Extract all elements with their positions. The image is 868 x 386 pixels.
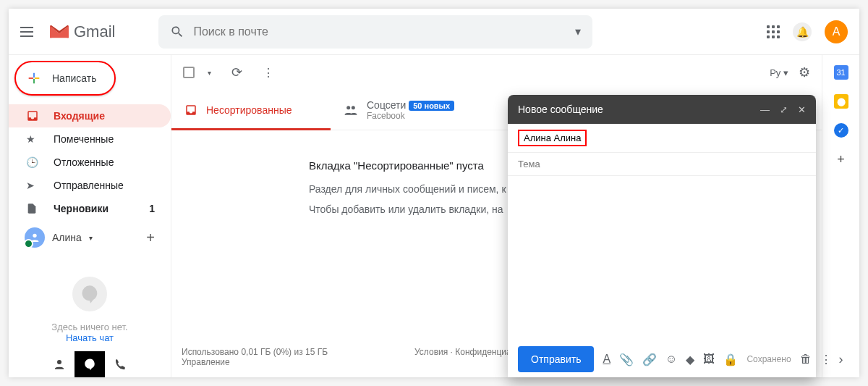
nav-label: Отложенные bbox=[54, 156, 114, 168]
user-name: Алина bbox=[52, 232, 82, 243]
search-options-icon[interactable]: ▾ bbox=[575, 25, 581, 38]
send-icon: ➤ bbox=[26, 180, 41, 191]
hangouts-bottom-tabs bbox=[9, 351, 171, 377]
sidebar-item-drafts[interactable]: Черновики 1 bbox=[9, 197, 171, 220]
gmail-window: Gmail ▾ 🔔 A Написать Входящие bbox=[9, 9, 859, 377]
chevron-down-icon: ▾ bbox=[89, 234, 93, 242]
search-icon bbox=[170, 25, 184, 39]
compose-body[interactable] bbox=[508, 176, 816, 341]
close-icon[interactable]: ✕ bbox=[798, 104, 806, 115]
storage-text: Использовано 0,01 ГБ (0%) из 15 ГБ bbox=[182, 347, 328, 357]
sidebar-item-sent[interactable]: ➤ Отправленные bbox=[9, 174, 171, 197]
compose-title: Новое сообщение bbox=[518, 104, 603, 115]
compose-footer: Отправить A 📎 🔗 ☺ ◆ 🖼 🔒 Сохранено 🗑 ⋮ bbox=[508, 341, 816, 377]
sidebar: Написать Входящие ★ Помеченные 🕒 Отложен… bbox=[9, 55, 171, 377]
attach-icon[interactable]: 📎 bbox=[619, 353, 634, 366]
search-bar[interactable]: ▾ bbox=[158, 15, 592, 49]
hangouts-icon bbox=[72, 277, 107, 311]
drive-icon[interactable]: ◆ bbox=[686, 353, 694, 366]
addons-icon[interactable]: + bbox=[837, 152, 845, 167]
chevron-down-icon[interactable]: ▾ bbox=[208, 69, 211, 77]
search-input[interactable] bbox=[193, 25, 575, 38]
tab-primary[interactable]: Несортированные bbox=[171, 90, 331, 130]
gmail-logo[interactable]: Gmail bbox=[49, 22, 115, 41]
tab-sublabel: Facebook bbox=[367, 111, 454, 121]
apps-icon[interactable] bbox=[767, 25, 780, 38]
emoji-icon[interactable]: ☺ bbox=[665, 353, 677, 366]
tab-social[interactable]: Соцсети 50 новых Facebook bbox=[331, 90, 490, 130]
image-icon[interactable]: 🖼 bbox=[703, 353, 715, 366]
recipient-chip[interactable]: Алина Алина bbox=[518, 130, 587, 146]
keep-icon[interactable]: ⬤ bbox=[834, 94, 848, 109]
product-name: Gmail bbox=[74, 22, 115, 41]
compose-button[interactable]: Написать bbox=[14, 61, 116, 96]
manage-link[interactable]: Управление bbox=[182, 357, 230, 367]
menu-icon[interactable] bbox=[20, 23, 38, 41]
svg-point-3 bbox=[352, 106, 355, 109]
expand-icon[interactable]: ⤢ bbox=[780, 104, 788, 115]
more-icon[interactable]: ⋮ bbox=[263, 66, 274, 80]
tasks-icon[interactable]: ✓ bbox=[834, 123, 848, 138]
clock-icon: 🕒 bbox=[26, 156, 41, 168]
more-icon[interactable]: ⋮ bbox=[820, 353, 832, 366]
star-icon: ★ bbox=[26, 133, 41, 145]
new-chat-icon[interactable]: + bbox=[146, 230, 155, 246]
file-icon bbox=[26, 203, 41, 214]
sidebar-item-snoozed[interactable]: 🕒 Отложенные bbox=[9, 151, 171, 174]
calendar-icon[interactable]: 31 bbox=[834, 65, 848, 80]
account-avatar[interactable]: A bbox=[825, 20, 848, 43]
tab-label: Несортированные bbox=[206, 104, 292, 116]
people-icon bbox=[344, 103, 358, 117]
compose-subject[interactable]: Тема bbox=[508, 153, 816, 176]
saved-status: Сохранено bbox=[746, 354, 791, 364]
start-chat-link[interactable]: Начать чат bbox=[66, 332, 114, 343]
nav-label: Входящие bbox=[54, 110, 105, 122]
sidepanel-toggle-icon[interactable]: › bbox=[839, 352, 843, 367]
svg-point-1 bbox=[57, 360, 61, 364]
compose-recipients[interactable]: Алина Алина bbox=[508, 124, 816, 153]
hangouts-empty-text: Здесь ничего нет. bbox=[9, 322, 171, 332]
calls-tab[interactable] bbox=[105, 351, 135, 377]
minimize-icon[interactable]: — bbox=[760, 104, 770, 115]
topbar: Gmail ▾ 🔔 A bbox=[9, 9, 859, 55]
refresh-icon[interactable]: ⟳ bbox=[231, 64, 242, 80]
terms-link[interactable]: Условия bbox=[414, 347, 448, 357]
compose-window: Новое сообщение — ⤢ ✕ Алина Алина Тема О… bbox=[508, 95, 816, 377]
inbox-icon bbox=[184, 104, 197, 117]
hangouts-user[interactable]: Алина ▾ + bbox=[9, 220, 171, 255]
sidebar-item-inbox[interactable]: Входящие bbox=[9, 104, 171, 127]
nav-label: Черновики bbox=[54, 203, 109, 214]
confidential-icon[interactable]: 🔒 bbox=[723, 353, 738, 366]
notifications-icon[interactable]: 🔔 bbox=[793, 22, 812, 41]
sidebar-item-starred[interactable]: ★ Помеченные bbox=[9, 127, 171, 151]
mail-toolbar: ▾ ⟳ ⋮ Py ▾ ⚙ bbox=[171, 55, 822, 90]
hangouts-tab[interactable] bbox=[75, 351, 105, 377]
compose-label: Написать bbox=[52, 72, 96, 84]
input-method[interactable]: Py ▾ bbox=[770, 67, 788, 78]
compose-header[interactable]: Новое сообщение — ⤢ ✕ bbox=[508, 95, 816, 124]
drafts-count: 1 bbox=[149, 203, 155, 214]
hangouts-empty: Здесь ничего нет. Начать чат bbox=[9, 277, 171, 343]
svg-point-0 bbox=[33, 234, 36, 238]
link-icon[interactable]: 🔗 bbox=[642, 353, 657, 366]
plus-icon bbox=[26, 70, 42, 86]
inbox-icon bbox=[26, 109, 41, 122]
send-button[interactable]: Отправить bbox=[518, 346, 594, 372]
tab-badge: 50 новых bbox=[409, 101, 454, 111]
svg-point-2 bbox=[346, 106, 350, 109]
side-panel: 31 ⬤ ✓ + › bbox=[822, 55, 859, 377]
user-avatar-icon bbox=[25, 227, 45, 248]
contacts-tab[interactable] bbox=[44, 351, 75, 377]
formatting-icon[interactable]: A bbox=[603, 353, 610, 366]
settings-icon[interactable]: ⚙ bbox=[799, 64, 810, 80]
select-all-checkbox[interactable] bbox=[183, 67, 195, 78]
nav-label: Отправленные bbox=[54, 180, 124, 191]
tab-label: Соцсети bbox=[367, 99, 406, 111]
discard-icon[interactable]: 🗑 bbox=[800, 353, 812, 366]
nav-label: Помеченные bbox=[54, 133, 114, 145]
